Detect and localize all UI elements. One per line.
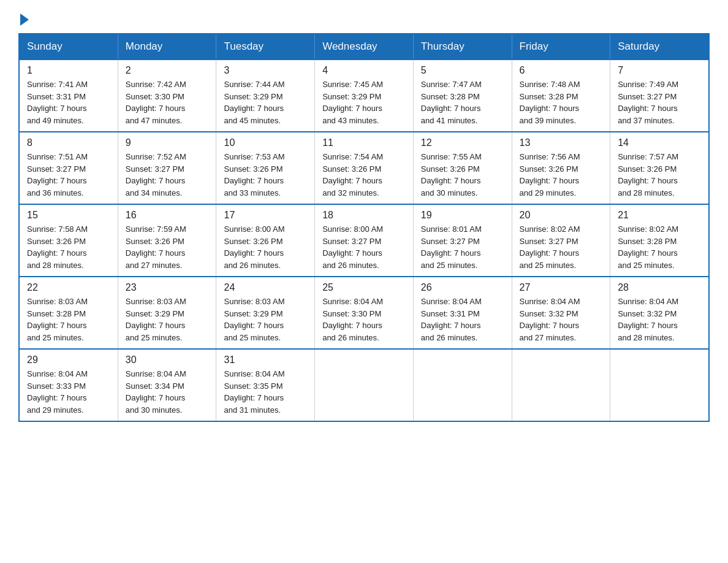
day-info: Sunrise: 8:04 AM Sunset: 3:32 PM Dayligh… [618,296,701,343]
calendar-table: SundayMondayTuesdayWednesdayThursdayFrid… [18,33,710,422]
calendar-cell: 21 Sunrise: 8:02 AM Sunset: 3:28 PM Dayl… [610,204,709,277]
calendar-cell: 4 Sunrise: 7:45 AM Sunset: 3:29 PM Dayli… [315,59,414,132]
calendar-cell: 28 Sunrise: 8:04 AM Sunset: 3:32 PM Dayl… [610,277,709,349]
calendar-cell: 16 Sunrise: 7:59 AM Sunset: 3:26 PM Dayl… [118,204,216,277]
day-info: Sunrise: 8:00 AM Sunset: 3:26 PM Dayligh… [224,223,307,271]
day-info: Sunrise: 7:48 AM Sunset: 3:28 PM Dayligh… [520,79,603,126]
calendar-cell: 5 Sunrise: 7:47 AM Sunset: 3:28 PM Dayli… [413,59,512,132]
calendar-week-row: 15 Sunrise: 7:58 AM Sunset: 3:26 PM Dayl… [19,204,709,277]
day-info: Sunrise: 7:52 AM Sunset: 3:27 PM Dayligh… [126,151,209,199]
calendar-cell: 30 Sunrise: 8:04 AM Sunset: 3:34 PM Dayl… [118,349,216,421]
calendar-cell [315,349,414,421]
calendar-cell: 17 Sunrise: 8:00 AM Sunset: 3:26 PM Dayl… [216,204,315,277]
day-info: Sunrise: 8:04 AM Sunset: 3:30 PM Dayligh… [322,296,406,343]
calendar-week-row: 1 Sunrise: 7:41 AM Sunset: 3:31 PM Dayli… [19,59,709,132]
day-number: 11 [322,137,406,148]
day-number: 7 [618,65,701,76]
calendar-cell: 29 Sunrise: 8:04 AM Sunset: 3:33 PM Dayl… [19,349,118,421]
day-number: 19 [421,210,504,221]
calendar-cell: 8 Sunrise: 7:51 AM Sunset: 3:27 PM Dayli… [19,132,118,204]
calendar-cell: 6 Sunrise: 7:48 AM Sunset: 3:28 PM Dayli… [512,59,610,132]
day-number: 2 [126,65,209,76]
day-info: Sunrise: 7:41 AM Sunset: 3:31 PM Dayligh… [27,79,110,126]
day-info: Sunrise: 8:04 AM Sunset: 3:31 PM Dayligh… [421,296,504,343]
calendar-cell: 3 Sunrise: 7:44 AM Sunset: 3:29 PM Dayli… [216,59,315,132]
day-number: 14 [618,137,701,148]
day-info: Sunrise: 8:04 AM Sunset: 3:34 PM Dayligh… [126,368,209,416]
calendar-cell: 27 Sunrise: 8:04 AM Sunset: 3:32 PM Dayl… [512,277,610,349]
day-number: 10 [224,137,307,148]
day-info: Sunrise: 8:02 AM Sunset: 3:28 PM Dayligh… [618,223,701,271]
calendar-cell: 26 Sunrise: 8:04 AM Sunset: 3:31 PM Dayl… [413,277,512,349]
header-wednesday: Wednesday [315,34,414,59]
day-number: 24 [224,282,307,293]
day-info: Sunrise: 8:03 AM Sunset: 3:28 PM Dayligh… [27,296,110,343]
calendar-cell: 14 Sunrise: 7:57 AM Sunset: 3:26 PM Dayl… [610,132,709,204]
header-sunday: Sunday [19,34,118,59]
calendar-cell [413,349,512,421]
day-number: 4 [322,65,406,76]
header-saturday: Saturday [610,34,709,59]
day-info: Sunrise: 7:59 AM Sunset: 3:26 PM Dayligh… [126,223,209,271]
day-info: Sunrise: 7:51 AM Sunset: 3:27 PM Dayligh… [27,151,110,199]
logo [18,12,29,23]
day-info: Sunrise: 7:57 AM Sunset: 3:26 PM Dayligh… [618,151,701,199]
day-number: 27 [520,282,603,293]
day-info: Sunrise: 8:03 AM Sunset: 3:29 PM Dayligh… [126,296,209,343]
day-info: Sunrise: 7:55 AM Sunset: 3:26 PM Dayligh… [421,151,504,199]
day-info: Sunrise: 7:56 AM Sunset: 3:26 PM Dayligh… [520,151,603,199]
day-number: 30 [126,354,209,366]
day-info: Sunrise: 7:49 AM Sunset: 3:27 PM Dayligh… [618,79,701,126]
day-number: 23 [126,282,209,293]
calendar-cell: 7 Sunrise: 7:49 AM Sunset: 3:27 PM Dayli… [610,59,709,132]
calendar-week-row: 29 Sunrise: 8:04 AM Sunset: 3:33 PM Dayl… [19,349,709,421]
day-number: 20 [520,210,603,221]
day-number: 17 [224,210,307,221]
calendar-cell: 20 Sunrise: 8:02 AM Sunset: 3:27 PM Dayl… [512,204,610,277]
day-number: 18 [322,210,406,221]
day-number: 13 [520,137,603,148]
calendar-header-row: SundayMondayTuesdayWednesdayThursdayFrid… [19,34,709,59]
calendar-week-row: 22 Sunrise: 8:03 AM Sunset: 3:28 PM Dayl… [19,277,709,349]
day-number: 9 [126,137,209,148]
day-info: Sunrise: 7:45 AM Sunset: 3:29 PM Dayligh… [322,79,406,126]
calendar-cell: 9 Sunrise: 7:52 AM Sunset: 3:27 PM Dayli… [118,132,216,204]
day-number: 5 [421,65,504,76]
day-number: 29 [27,354,110,366]
page-header [18,12,710,23]
calendar-cell: 18 Sunrise: 8:00 AM Sunset: 3:27 PM Dayl… [315,204,414,277]
day-info: Sunrise: 8:04 AM Sunset: 3:33 PM Dayligh… [27,368,110,416]
calendar-cell: 24 Sunrise: 8:03 AM Sunset: 3:29 PM Dayl… [216,277,315,349]
day-info: Sunrise: 8:03 AM Sunset: 3:29 PM Dayligh… [224,296,307,343]
calendar-cell: 19 Sunrise: 8:01 AM Sunset: 3:27 PM Dayl… [413,204,512,277]
calendar-cell: 10 Sunrise: 7:53 AM Sunset: 3:26 PM Dayl… [216,132,315,204]
calendar-cell: 11 Sunrise: 7:54 AM Sunset: 3:26 PM Dayl… [315,132,414,204]
day-number: 26 [421,282,504,293]
day-number: 15 [27,210,110,221]
header-friday: Friday [512,34,610,59]
day-number: 16 [126,210,209,221]
header-monday: Monday [118,34,216,59]
logo-arrow-icon [20,13,29,26]
day-number: 28 [618,282,701,293]
calendar-cell: 13 Sunrise: 7:56 AM Sunset: 3:26 PM Dayl… [512,132,610,204]
day-info: Sunrise: 7:58 AM Sunset: 3:26 PM Dayligh… [27,223,110,271]
day-info: Sunrise: 8:01 AM Sunset: 3:27 PM Dayligh… [421,223,504,271]
calendar-cell: 1 Sunrise: 7:41 AM Sunset: 3:31 PM Dayli… [19,59,118,132]
day-info: Sunrise: 7:54 AM Sunset: 3:26 PM Dayligh… [322,151,406,199]
calendar-cell: 25 Sunrise: 8:04 AM Sunset: 3:30 PM Dayl… [315,277,414,349]
day-number: 6 [520,65,603,76]
header-thursday: Thursday [413,34,512,59]
day-info: Sunrise: 8:02 AM Sunset: 3:27 PM Dayligh… [520,223,603,271]
day-info: Sunrise: 7:47 AM Sunset: 3:28 PM Dayligh… [421,79,504,126]
day-number: 12 [421,137,504,148]
day-info: Sunrise: 7:42 AM Sunset: 3:30 PM Dayligh… [126,79,209,126]
day-number: 25 [322,282,406,293]
day-number: 3 [224,65,307,76]
day-info: Sunrise: 8:04 AM Sunset: 3:35 PM Dayligh… [224,368,307,416]
calendar-cell: 22 Sunrise: 8:03 AM Sunset: 3:28 PM Dayl… [19,277,118,349]
calendar-cell: 12 Sunrise: 7:55 AM Sunset: 3:26 PM Dayl… [413,132,512,204]
day-number: 1 [27,65,110,76]
day-number: 22 [27,282,110,293]
calendar-cell [512,349,610,421]
